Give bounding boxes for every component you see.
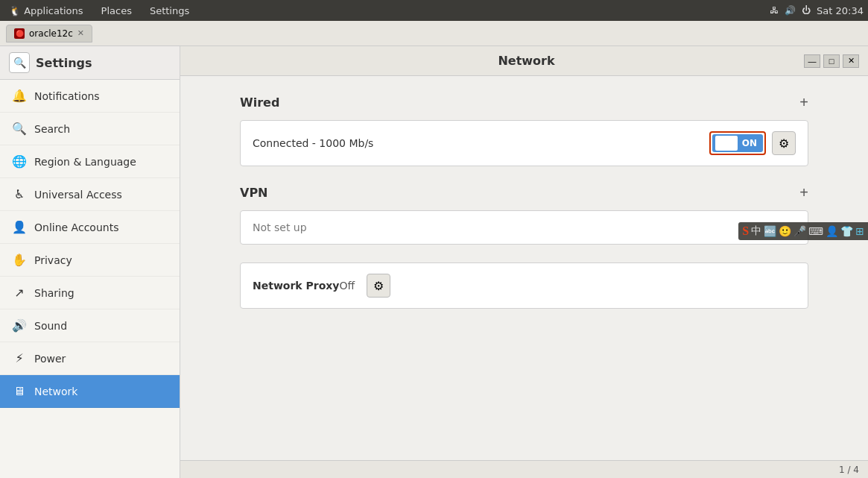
proxy-card: Network Proxy Off ⚙	[240, 262, 808, 309]
sidebar-item-universal-access[interactable]: ♿ Universal Access	[0, 178, 180, 211]
wired-toggle[interactable]: ON	[712, 134, 763, 152]
wired-card: Connected - 1000 Mb/s ON ⚙	[240, 120, 808, 166]
system-bar: 🐧 Applications Places Settings 🖧 🔊 ⏻ Sat…	[0, 0, 868, 21]
tab-favicon: 🔴	[14, 28, 25, 39]
toggle-knob	[715, 136, 738, 151]
vpn-card: Not set up	[240, 210, 808, 245]
wired-settings-button[interactable]: ⚙	[772, 131, 796, 155]
share-icon: ↗	[12, 286, 27, 300]
proxy-label: Network Proxy	[253, 280, 339, 292]
toggle-label: ON	[742, 138, 757, 148]
power-icon: ⏻	[802, 5, 811, 16]
sidebar-item-sound[interactable]: 🔊 Sound	[0, 309, 180, 342]
sidebar-item-network[interactable]: 🖥 Network	[0, 375, 180, 408]
settings-menu[interactable]: Settings	[145, 4, 194, 18]
vpn-add-button[interactable]: +	[799, 184, 808, 201]
globe-icon: 🌐	[12, 154, 27, 169]
user2-icon[interactable]: 👤	[826, 225, 838, 237]
vpn-section-header: VPN +	[240, 184, 808, 201]
sidebar-item-label: Search	[34, 123, 70, 135]
close-button[interactable]: ✕	[843, 54, 859, 68]
maximize-button[interactable]: □	[823, 54, 840, 68]
sidebar-item-label: Region & Language	[34, 156, 136, 168]
places-menu[interactable]: Places	[97, 4, 136, 18]
vpn-status-row: Not set up	[241, 211, 808, 244]
sidebar-item-label: Network	[34, 386, 77, 397]
sidebar-item-privacy[interactable]: ✋ Privacy	[0, 244, 180, 277]
window-controls: — □ ✕	[804, 54, 859, 68]
sound-icon: 🔊	[12, 318, 27, 333]
accessibility-icon: ♿	[12, 187, 27, 201]
sidebar-item-power[interactable]: ⚡ Power	[0, 342, 180, 375]
sidebar-item-label: Sound	[34, 320, 67, 332]
wired-section-title: Wired	[240, 95, 279, 110]
sound-icon: 🔊	[785, 5, 796, 16]
network-icon: 🖥	[12, 384, 27, 398]
content-title: Network	[249, 54, 804, 68]
wired-section-header: Wired +	[240, 94, 808, 111]
search-icon: 🔍	[12, 122, 27, 136]
sogou-icon[interactable]: S	[742, 224, 749, 238]
grid-icon[interactable]: ⊞	[855, 225, 864, 237]
keyboard-icon[interactable]: ⌨	[808, 225, 823, 237]
mic-icon[interactable]: 🎤	[793, 225, 806, 237]
vpn-section: VPN + Not set up	[240, 184, 808, 245]
minimize-button[interactable]: —	[804, 54, 820, 68]
sidebar-item-region-language[interactable]: 🌐 Region & Language	[0, 145, 180, 178]
sidebar-item-label: Online Accounts	[34, 221, 118, 233]
sidebar-item-search[interactable]: 🔍 Search	[0, 113, 180, 145]
settings-content: Wired + Connected - 1000 Mb/s ON	[180, 76, 868, 460]
power-icon: ⚡	[12, 351, 27, 365]
system-tray: 🖧 🔊 ⏻ Sat 20:34	[770, 5, 864, 16]
sidebar-item-label: Sharing	[34, 287, 75, 299]
sidebar-header: 🔍 Settings	[0, 46, 180, 80]
wired-connection-label: Connected - 1000 Mb/s	[253, 137, 709, 149]
tray-popup: S 中 🔤 🙂 🎤 ⌨ 👤 👕 ⊞	[738, 222, 868, 240]
wired-connection-row: Connected - 1000 Mb/s ON ⚙	[241, 121, 808, 166]
wired-toggle-container: ON	[709, 131, 766, 155]
proxy-status: Off	[339, 280, 355, 292]
emoji-icon[interactable]: 🙂	[779, 225, 791, 237]
tab-title: oracle12c	[29, 28, 73, 39]
wired-section: Wired + Connected - 1000 Mb/s ON	[240, 94, 808, 166]
hand-icon: ✋	[12, 253, 27, 267]
sidebar: 🔍 Settings 🔔 Notifications 🔍 Search 🌐 Re…	[0, 46, 180, 478]
wired-add-button[interactable]: +	[799, 94, 808, 111]
sidebar-item-label: Notifications	[34, 90, 100, 102]
title-bar: 🔴 oracle12c ✕	[0, 21, 868, 46]
sidebar-search-button[interactable]: 🔍	[9, 52, 30, 73]
sidebar-item-label: Privacy	[34, 254, 72, 266]
sidebar-item-sharing[interactable]: ↗ Sharing	[0, 277, 180, 309]
main-content: Network — □ ✕ Wired +	[180, 46, 868, 478]
sidebar-item-label: Universal Access	[34, 189, 122, 201]
proxy-section: Network Proxy Off ⚙	[240, 262, 808, 309]
content-titlebar: Network — □ ✕	[180, 46, 868, 76]
sidebar-title: Settings	[36, 56, 92, 70]
tab-close-button[interactable]: ✕	[77, 28, 84, 38]
window-body: 🔍 Settings 🔔 Notifications 🔍 Search 🌐 Re…	[0, 46, 868, 478]
sidebar-item-online-accounts[interactable]: 👤 Online Accounts	[0, 211, 180, 244]
window-tab[interactable]: 🔴 oracle12c ✕	[6, 25, 92, 43]
vpn-not-setup-label: Not set up	[253, 221, 796, 233]
clock: Sat 20:34	[817, 5, 864, 16]
user-icon: 👤	[12, 220, 27, 234]
proxy-row: Network Proxy Off ⚙	[241, 263, 808, 308]
app-menu: 🐧 Applications Places Settings	[4, 4, 770, 18]
shirt-icon[interactable]: 👕	[840, 225, 853, 237]
page-indicator: 1 / 4	[839, 465, 859, 475]
sidebar-item-notifications[interactable]: 🔔 Notifications	[0, 80, 180, 113]
sidebar-item-label: Power	[34, 353, 66, 365]
applications-menu[interactable]: 🐧 Applications	[4, 4, 88, 18]
vpn-section-title: VPN	[240, 186, 268, 200]
input-icon[interactable]: 🔤	[764, 225, 776, 237]
settings-window: 🔴 oracle12c ✕ 🔍 Settings 🔔 Notifications	[0, 21, 868, 478]
chinese-icon[interactable]: 中	[751, 224, 761, 238]
proxy-settings-button[interactable]: ⚙	[367, 274, 390, 298]
network-icon: 🖧	[770, 5, 779, 16]
bell-icon: 🔔	[12, 89, 27, 103]
status-bar: 1 / 4	[180, 460, 868, 478]
